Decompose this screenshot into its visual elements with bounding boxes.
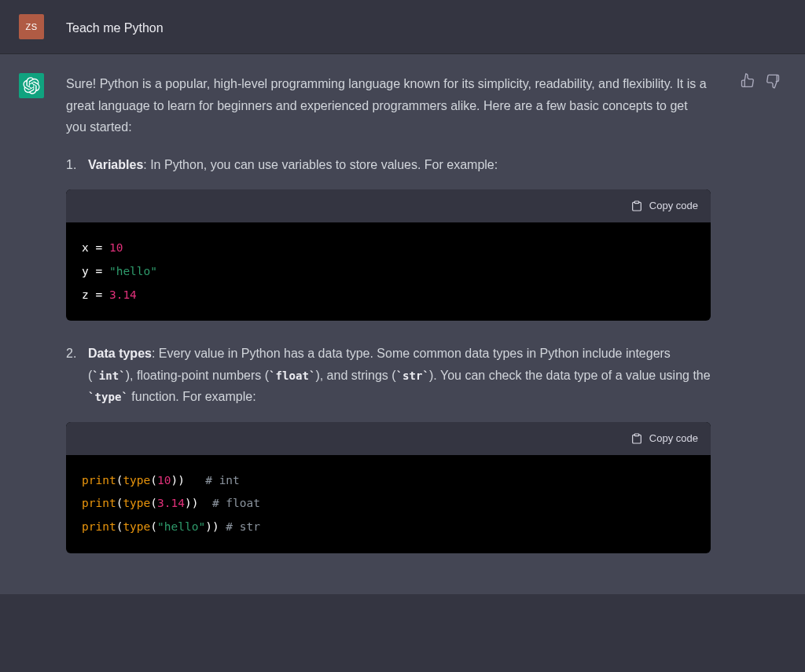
code-content: print(type(10)) # int print(type(3.14)) …: [66, 455, 711, 553]
inline-code: `float`: [269, 369, 315, 382]
list-item: Variables: In Python, you can use variab…: [66, 154, 711, 321]
clipboard-icon: [630, 432, 643, 445]
list-item-title: Data types: [88, 347, 152, 360]
feedback-controls: [741, 73, 781, 89]
concepts-list: Variables: In Python, you can use variab…: [66, 154, 711, 553]
thumbs-down-icon: [766, 73, 781, 89]
assistant-intro: Sure! Python is a popular, high-level pr…: [66, 73, 711, 138]
code-content: x = 10 y = "hello" z = 3.14: [66, 222, 711, 321]
code-block: Copy code x = 10 y = "hello" z = 3.14: [66, 189, 711, 321]
user-avatar: ZS: [19, 14, 44, 39]
svg-rect-0: [634, 201, 638, 204]
thumbs-down-button[interactable]: [766, 73, 781, 89]
copy-code-label: Copy code: [649, 430, 698, 447]
list-item-title: Variables: [88, 158, 143, 171]
thumbs-up-icon: [741, 73, 756, 89]
list-item: Data types: Every value in Python has a …: [66, 343, 711, 553]
inline-code: `str`: [396, 369, 429, 382]
copy-code-button[interactable]: Copy code: [66, 189, 711, 222]
assistant-message-body: Sure! Python is a popular, high-level pr…: [66, 73, 711, 575]
code-block: Copy code print(type(10)) # int print(ty…: [66, 422, 711, 553]
assistant-message-row: Sure! Python is a popular, high-level pr…: [0, 54, 805, 594]
list-item-desc: : In Python, you can use variables to st…: [143, 158, 498, 171]
list-item-heading: Variables: In Python, you can use variab…: [66, 154, 711, 176]
svg-rect-1: [634, 434, 638, 436]
user-message-text: Teach me Python: [66, 14, 711, 39]
assistant-avatar: [19, 73, 44, 98]
copy-code-button[interactable]: Copy code: [66, 422, 711, 455]
openai-logo-icon: [23, 77, 40, 94]
inline-code: `type`: [88, 391, 128, 403]
copy-code-label: Copy code: [649, 197, 698, 215]
list-item-heading: Data types: Every value in Python has a …: [66, 343, 711, 408]
inline-code: `int`: [92, 369, 125, 382]
thumbs-up-button[interactable]: [741, 73, 756, 89]
user-message-row: ZS Teach me Python: [0, 0, 805, 54]
clipboard-icon: [630, 200, 643, 212]
